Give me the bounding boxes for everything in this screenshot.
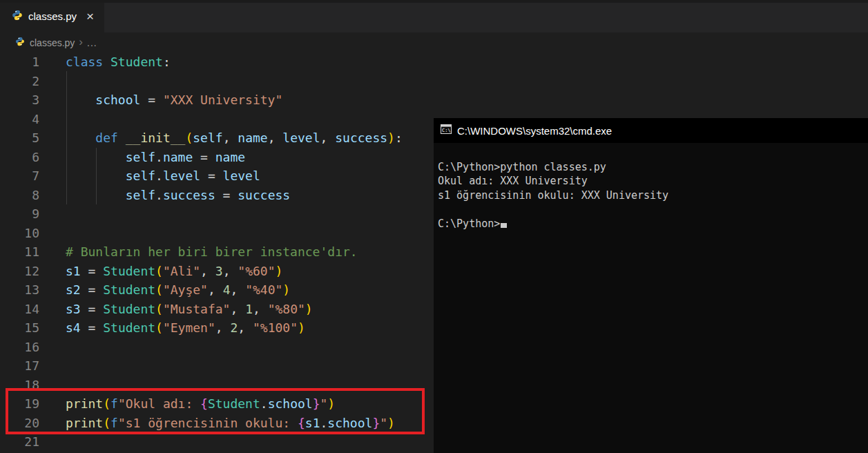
terminal-cursor <box>501 223 507 228</box>
indent-guide <box>66 71 67 204</box>
code-line[interactable]: 10 <box>0 224 435 243</box>
line-number: 21 <box>0 432 39 452</box>
code-line[interactable]: 12s1 = Student("Ali", 3, "%60") <box>0 262 435 281</box>
code-line[interactable]: 4 <box>0 110 435 129</box>
python-icon <box>12 10 23 23</box>
annotation-highlight-box <box>6 388 425 434</box>
window-top-edge <box>0 0 868 3</box>
terminal-line: C:\Python>python classes.py <box>438 160 868 174</box>
line-number: 15 <box>0 318 39 338</box>
code-line[interactable]: 9 <box>0 204 435 224</box>
code-text: s3 = Student("Mustafa", 1, "%80") <box>66 300 313 319</box>
terminal-output[interactable]: C:\Python>python classes.pyOkul adı: XXX… <box>434 143 868 231</box>
code-line[interactable]: 8 self.success = success <box>0 186 435 205</box>
tab-title: classes.py <box>28 10 77 22</box>
cmd-window[interactable]: C:\ C:\WINDOWS\system32\cmd.exe C:\Pytho… <box>434 118 868 453</box>
line-number: 12 <box>0 262 39 281</box>
terminal-line: Okul adı: XXX University <box>438 174 868 188</box>
chevron-right-icon: › <box>79 35 83 49</box>
line-number: 17 <box>0 356 39 376</box>
line-number: 3 <box>0 90 39 110</box>
indent-guide <box>96 148 97 204</box>
code-line[interactable]: 13s2 = Student("Ayşe", 4, "%40") <box>0 280 435 300</box>
code-line[interactable]: 6 self.name = name <box>0 148 435 167</box>
cmd-titlebar[interactable]: C:\ C:\WINDOWS\system32\cmd.exe <box>434 118 868 143</box>
code-text: def __init__(self, name, level, success)… <box>66 128 403 148</box>
code-line[interactable]: 1class Student: <box>0 52 435 72</box>
line-number: 8 <box>0 186 39 205</box>
line-number: 13 <box>0 280 39 300</box>
breadcrumb-file[interactable]: classes.py <box>30 37 75 48</box>
code-line[interactable]: 11# Bunların her biri birer instance'dır… <box>0 242 435 262</box>
code-text: self.name = name <box>66 148 245 167</box>
code-text: school = "XXX University" <box>66 90 282 110</box>
code-line[interactable]: 14s3 = Student("Mustafa", 1, "%80") <box>0 300 435 319</box>
code-line[interactable]: 16 <box>0 338 435 357</box>
code-text: class Student: <box>66 52 171 72</box>
line-number: 1 <box>0 52 39 72</box>
line-number: 14 <box>0 300 39 319</box>
line-number: 5 <box>0 128 39 148</box>
line-number: 10 <box>0 224 39 243</box>
code-text: s1 = Student("Ali", 3, "%60") <box>66 262 282 281</box>
code-text: # Bunların her biri birer instance'dır. <box>66 242 358 262</box>
line-number: 9 <box>0 204 39 224</box>
terminal-line: C:\Python> <box>438 217 868 231</box>
code-text: self.success = success <box>66 186 290 205</box>
line-number: 16 <box>0 338 39 357</box>
code-line[interactable]: 2 <box>0 72 435 91</box>
code-text: s4 = Student("Eymen", 2, "%100") <box>66 318 305 338</box>
breadcrumb: classes.py › ... <box>0 32 435 52</box>
breadcrumb-more[interactable]: ... <box>87 37 97 48</box>
python-icon <box>15 37 25 49</box>
code-line[interactable]: 21 <box>0 432 435 452</box>
line-number: 11 <box>0 242 39 262</box>
line-number: 4 <box>0 110 39 129</box>
code-text: s2 = Student("Ayşe", 4, "%40") <box>66 280 290 300</box>
code-line[interactable]: 17 <box>0 356 435 376</box>
line-number: 7 <box>0 166 39 186</box>
close-icon[interactable]: × <box>86 10 94 23</box>
terminal-line: s1 öğrencisinin okulu: XXX University <box>438 189 868 202</box>
code-line[interactable]: 15s4 = Student("Eymen", 2, "%100") <box>0 318 435 338</box>
line-number: 2 <box>0 72 39 91</box>
code-line[interactable]: 5 def __init__(self, name, level, succes… <box>0 128 435 148</box>
code-line[interactable]: 3 school = "XXX University" <box>0 90 435 110</box>
terminal-line <box>438 202 868 216</box>
code-line[interactable]: 7 self.level = level <box>0 166 435 186</box>
tab-bar <box>0 0 868 32</box>
tab-classes-py[interactable]: classes.py × <box>0 0 104 32</box>
cmd-window-title: C:\WINDOWS\system32\cmd.exe <box>457 125 612 137</box>
svg-text:C:\: C:\ <box>442 128 451 133</box>
cmd-icon: C:\ <box>441 124 452 137</box>
code-text: self.level = level <box>66 166 260 186</box>
line-number: 6 <box>0 148 39 167</box>
